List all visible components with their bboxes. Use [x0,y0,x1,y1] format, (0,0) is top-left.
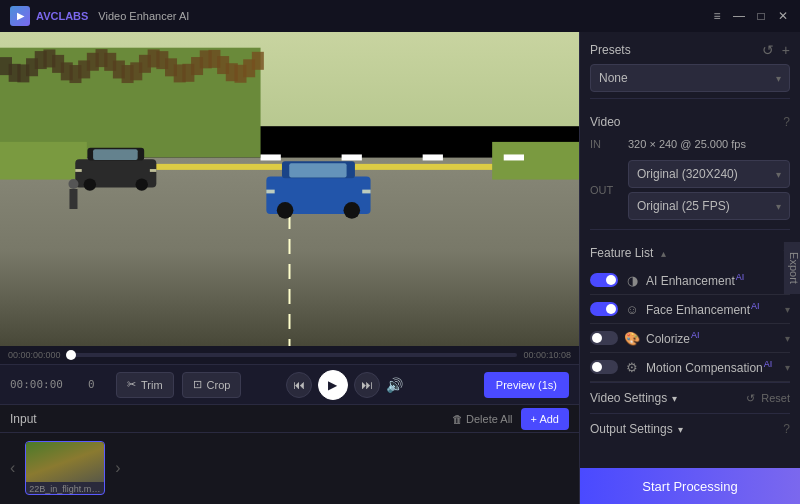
input-content: ‹ 22B_in_flight.mpeg › [0,433,579,503]
export-tab[interactable]: Export [784,242,800,294]
out-label: OUT [590,184,620,196]
app-logo-icon: ▶ [10,6,30,26]
feature-badge-colorize: AI [691,330,700,340]
video-settings-right: ↺ Reset [746,392,790,405]
next-frame-button[interactable]: ⏭ [354,372,380,398]
video-in-row: IN 320 × 240 @ 25.000 fps [590,135,790,153]
toggle-colorize[interactable] [590,331,618,345]
main-content: 00:00:00:000 00:00:10:08 00:00:00 0 ✂ Tr… [0,32,800,504]
volume-icon[interactable]: 🔊 [386,377,403,393]
play-button[interactable]: ▶ [318,370,348,400]
resolution-dropdown[interactable]: Original (320X240) ▾ [628,160,790,188]
input-panel: Input 🗑 Delete All + Add ‹ 22B_in_flight… [0,404,579,504]
reset-icon: ↺ [746,392,755,405]
feature-list-header: Feature List ▴ ? [590,236,790,266]
right-inner: Presets ↺ + None ▾ Video ? IN 320 × 240 … [580,32,800,468]
output-settings-title: Output Settings ▾ [590,422,683,436]
feature-name-face-enhancement: Face EnhancementAI [646,301,779,317]
toggle-ai-enhancement[interactable] [590,273,618,287]
video-section-title: Video [590,115,620,129]
timeline[interactable]: 00:00:00:000 00:00:10:08 [0,346,579,364]
toggle-face-enhancement[interactable] [590,302,618,316]
divider-2 [590,229,790,230]
presets-refresh-icon[interactable]: ↺ [762,42,774,58]
video-section-header: Video ? [590,105,790,135]
feature-icon-face-enhancement: ☺ [624,301,640,317]
feature-item-motion-compensation: ⚙Motion CompensationAI▾ [590,353,790,382]
feature-item-face-enhancement: ☺Face EnhancementAI▾ [590,295,790,324]
minimize-button[interactable]: — [732,9,746,23]
resolution-chevron-icon: ▾ [776,169,781,180]
delete-all-button[interactable]: 🗑 Delete All [452,413,512,425]
input-header: Input 🗑 Delete All + Add [0,405,579,433]
file-thumbnail[interactable]: 22B_in_flight.mpeg [25,441,105,495]
brand-name: AVCLABS [36,10,88,22]
feature-icon-motion-compensation: ⚙ [624,359,640,375]
video-area [0,32,579,346]
presets-header: Presets ↺ + [590,32,790,64]
video-settings-chevron-icon: ▾ [672,393,677,404]
feature-name-motion-compensation: Motion CompensationAI [646,359,779,375]
video-canvas [0,32,579,346]
presets-dropdown[interactable]: None ▾ [590,64,790,92]
controls-bar: 00:00:00 0 ✂ Trim ⊡ Crop ⏮ ▶ ⏭ 🔊 Preview… [0,364,579,404]
feature-list-arrow: ▴ [661,248,666,259]
thumbnail-image [26,442,104,482]
crop-button[interactable]: ⊡ Crop [182,372,242,398]
start-processing-button[interactable]: Start Processing [580,468,800,504]
file-name: 22B_in_flight.mpeg [26,482,104,495]
trash-icon: 🗑 [452,413,463,425]
input-nav-right[interactable]: › [115,459,120,477]
input-nav-left[interactable]: ‹ [10,459,15,477]
trim-label: Trim [141,379,163,391]
input-title: Input [10,412,37,426]
output-settings-help-icon[interactable]: ? [783,422,790,436]
timeline-thumb[interactable] [66,350,76,360]
output-settings-section[interactable]: Output Settings ▾ ? [590,413,790,444]
divider-1 [590,98,790,99]
feature-badge-face-enhancement: AI [751,301,760,311]
fps-dropdown[interactable]: Original (25 FPS) ▾ [628,192,790,220]
logo-area: ▶ AVCLABS Video Enhancer AI [10,6,710,26]
transport-controls: ⏮ ▶ ⏭ 🔊 [286,370,403,400]
feature-chevron-motion-compensation[interactable]: ▾ [785,362,790,373]
feature-chevron-colorize[interactable]: ▾ [785,333,790,344]
video-out-row: OUT Original (320X240) ▾ Original (25 FP… [590,157,790,223]
presets-actions: ↺ + [762,42,790,58]
in-value: 320 × 240 @ 25.000 fps [628,138,746,150]
presets-chevron-icon: ▾ [776,73,781,84]
prev-frame-button[interactable]: ⏮ [286,372,312,398]
feature-name-ai-enhancement: AI EnhancementAI [646,272,779,288]
output-settings-chevron-icon: ▾ [678,424,683,435]
timeline-bar[interactable] [67,353,518,357]
trim-icon: ✂ [127,378,136,391]
title-bar: ▶ AVCLABS Video Enhancer AI ≡ — □ ✕ [0,0,800,32]
fps-value: Original (25 FPS) [637,199,730,213]
frame-display: 0 [88,378,108,391]
feature-icon-ai-enhancement: ◑ [624,272,640,288]
crop-label: Crop [207,379,231,391]
presets-value: None [599,71,628,85]
feature-chevron-face-enhancement[interactable]: ▾ [785,304,790,315]
presets-add-icon[interactable]: + [782,42,790,58]
video-settings-section[interactable]: Video Settings ▾ ↺ Reset [590,382,790,413]
reset-label: Reset [761,392,790,404]
maximize-button[interactable]: □ [754,9,768,23]
resolution-value: Original (320X240) [637,167,738,181]
presets-title: Presets [590,43,631,57]
time-end: 00:00:10:08 [523,350,571,360]
preview-button[interactable]: Preview (1s) [484,372,569,398]
feature-icon-colorize: 🎨 [624,330,640,346]
input-actions: 🗑 Delete All + Add [452,408,569,430]
add-button[interactable]: + Add [521,408,569,430]
menu-button[interactable]: ≡ [710,9,724,23]
trim-button[interactable]: ✂ Trim [116,372,174,398]
video-help-icon[interactable]: ? [783,115,790,129]
close-button[interactable]: ✕ [776,9,790,23]
left-panel: 00:00:00:000 00:00:10:08 00:00:00 0 ✂ Tr… [0,32,580,504]
right-panel: Export Presets ↺ + None ▾ Video ? I [580,32,800,504]
feature-badge-motion-compensation: AI [764,359,773,369]
in-label: IN [590,138,620,150]
toggle-motion-compensation[interactable] [590,360,618,374]
feature-list-title: Feature List ▴ [590,246,666,260]
